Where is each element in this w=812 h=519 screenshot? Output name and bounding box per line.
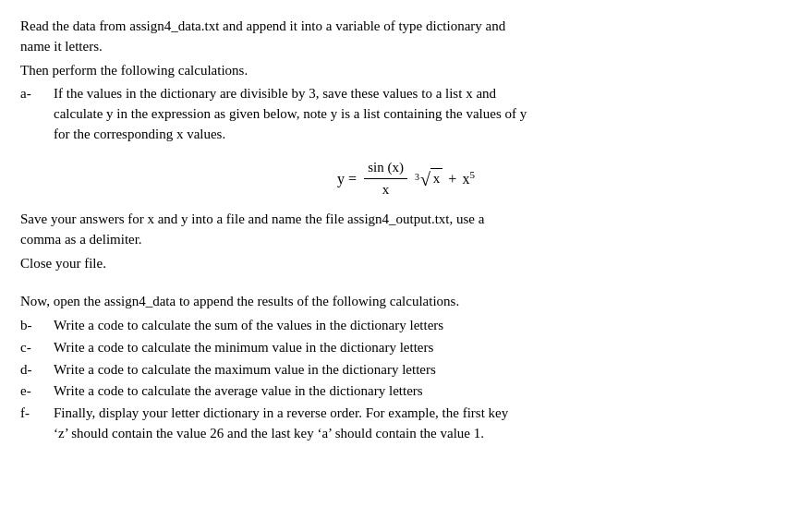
section2-intro: Now, open the assign4_data to append the… [20,292,792,312]
item-f-label: f- [20,404,54,444]
then-text: Then perform the following calculations. [20,63,248,78]
item-b-content: Write a code to calculate the sum of the… [54,316,792,336]
item-f-content: Finally, display your letter dictionary … [54,404,792,444]
item-e-label: e- [20,381,54,402]
radical-symbol: √ [420,170,430,188]
item-f-line2: ‘z’ should contain the value 26 and the … [54,426,484,441]
formula-y-label: y = [337,168,357,189]
item-c-content: Write a code to calculate the minimum va… [54,338,792,358]
item-d-content: Write a code to calculate the maximum va… [54,360,792,380]
item-b-label: b- [20,316,54,336]
item-c-label: c- [20,338,54,358]
item-e-content: Write a code to calculate the average va… [54,381,792,402]
intro-line1: Read the data from assign4_data.txt and … [20,18,505,33]
intro-line2: name it letters. [20,39,103,54]
item-a-line2: calculate y in the expression as given b… [54,106,527,121]
plus-sign: + [448,168,456,189]
item-b: b- Write a code to calculate the sum of … [20,316,792,336]
fraction-numerator: sin (x) [364,158,407,180]
item-a-label: a- [20,84,54,144]
fraction-denominator: x [379,179,394,200]
section2-line1: Now, open the assign4_data to append the… [20,294,459,308]
cbrt-index: 3 [415,171,419,185]
formula-inner: y = sin (x) x 3 √ x + x5 [337,158,475,201]
item-d: d- Write a code to calculate the maximum… [20,360,792,380]
item-a-line1: If the values in the dictionary are divi… [54,86,496,101]
item-a: a- If the values in the dictionary are d… [20,84,792,144]
item-f: f- Finally, display your letter dictiona… [20,404,792,444]
item-f-line1: Finally, display your letter dictionary … [54,405,508,420]
item-d-label: d- [20,360,54,380]
section-gap [20,277,792,292]
fraction: sin (x) x [364,158,407,201]
main-content: Read the data from assign4_data.txt and … [20,17,792,444]
radical-content: x [430,168,443,189]
save-line2: comma as a delimiter. [20,232,142,247]
save-paragraph: Save your answers for x and y into a fil… [20,210,792,250]
item-a-line3: for the corresponding x values. [54,127,225,141]
cbrt-wrapper: 3 √ x [415,168,442,189]
item-e: e- Write a code to calculate the average… [20,381,792,402]
item-a-content: If the values in the dictionary are divi… [54,84,792,144]
then-line: Then perform the following calculations. [20,61,792,81]
intro-paragraph: Read the data from assign4_data.txt and … [20,17,792,57]
formula-block: y = sin (x) x 3 √ x + x5 [20,158,792,201]
x5-exponent: 5 [469,169,475,180]
close-paragraph: Close your file. [20,254,792,274]
save-line1: Save your answers for x and y into a fil… [20,211,484,226]
x5-base: x5 [462,168,475,190]
sin-text: sin (x) [368,160,404,175]
item-c: c- Write a code to calculate the minimum… [20,338,792,358]
close-line: Close your file. [20,256,106,271]
